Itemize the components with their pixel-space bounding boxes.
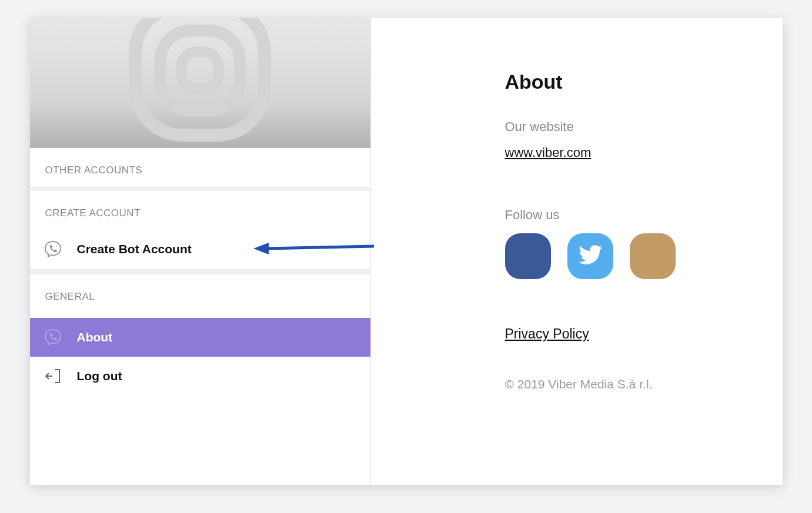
instagram-button[interactable] [630, 233, 676, 279]
sidebar-item-create-bot-account[interactable]: Create Bot Account [30, 230, 370, 269]
chat-bubble-icon [43, 239, 63, 259]
profile-banner [30, 18, 370, 148]
menu-item-label: About [77, 330, 113, 344]
section-title: GENERAL [45, 291, 95, 302]
svg-marker-4 [253, 243, 269, 254]
content-panel: About Our website www.viber.com Follow u… [371, 18, 783, 485]
svg-rect-1 [160, 31, 240, 110]
svg-line-3 [265, 246, 374, 249]
divider [30, 269, 370, 274]
viber-icon [43, 327, 63, 347]
section-header-other-accounts: OTHER ACCOUNTS [30, 148, 370, 187]
privacy-policy-link[interactable]: Privacy Policy [505, 326, 589, 342]
menu-item-label: Log out [77, 369, 122, 383]
twitter-button[interactable] [567, 233, 613, 279]
svg-rect-2 [181, 52, 219, 89]
annotation-arrow-icon [253, 239, 377, 259]
menu-item-label: Create Bot Account [77, 242, 192, 256]
sidebar-item-about[interactable]: About [30, 318, 370, 357]
twitter-icon [579, 245, 602, 267]
social-row [505, 233, 783, 279]
section-title: CREATE ACCOUNT [45, 207, 141, 219]
section-header-create-account: CREATE ACCOUNT [30, 191, 370, 230]
copyright-text: © 2019 Viber Media S.à r.l. [505, 377, 783, 391]
section-header-general: GENERAL [30, 274, 370, 318]
website-link[interactable]: www.viber.com [505, 145, 592, 160]
brand-logo-icon [123, 18, 276, 148]
follow-label: Follow us [505, 207, 783, 223]
page-title: About [505, 71, 783, 93]
sidebar: OTHER ACCOUNTS CREATE ACCOUNT Create Bot… [30, 18, 371, 485]
facebook-button[interactable] [505, 233, 551, 279]
logout-icon [43, 366, 63, 386]
section-title: OTHER ACCOUNTS [45, 165, 143, 176]
sidebar-item-logout[interactable]: Log out [30, 357, 370, 395]
website-label: Our website [505, 119, 783, 135]
app-window: OTHER ACCOUNTS CREATE ACCOUNT Create Bot… [30, 18, 783, 485]
